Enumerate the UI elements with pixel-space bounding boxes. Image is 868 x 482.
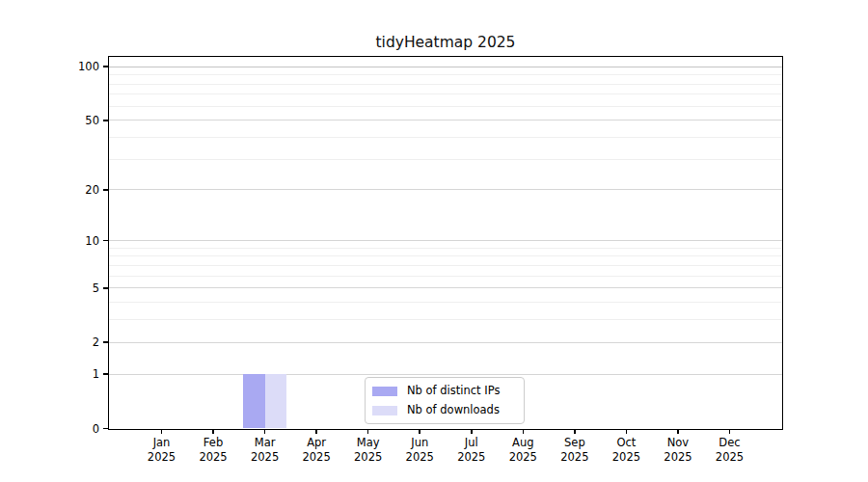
gridline-minor-7 (109, 265, 782, 266)
y-tick-2 (103, 341, 109, 343)
chart-title: tidyHeatmap 2025 (109, 34, 782, 51)
gridline-major-1 (109, 374, 782, 375)
x-tick-label-line: 2025 (699, 450, 761, 465)
gridline-minor-90 (109, 74, 782, 75)
gridline-minor-8 (109, 255, 782, 256)
legend-item-distinct-ips: Nb of distinct IPs (372, 384, 516, 398)
y-tick-5 (103, 287, 109, 289)
y-tick-100 (103, 66, 109, 67)
y-tick-label-20: 20 (0, 182, 99, 198)
gridline-major-20 (109, 189, 782, 190)
x-tick-jun-2025 (419, 429, 420, 434)
legend-item-downloads: Nb of downloads (372, 403, 516, 417)
legend-swatch-distinct-ips (372, 387, 397, 396)
x-tick-label-line: Dec (699, 436, 761, 450)
x-tick-oct-2025 (626, 429, 628, 434)
x-tick-may-2025 (367, 429, 369, 434)
legend: Nb of distinct IPs Nb of downloads (365, 377, 525, 424)
gridline-minor-80 (109, 84, 782, 85)
y-tick-label-1: 1 (0, 366, 99, 382)
y-tick-label-50: 50 (0, 113, 99, 128)
y-tick-label-10: 10 (0, 233, 99, 249)
gridline-major-100 (109, 67, 782, 67)
x-tick-sep-2025 (574, 429, 576, 434)
gridline-major-10 (109, 240, 782, 241)
bar-nb-of-distinct-ips-mar-2025 (243, 374, 265, 428)
gridline-minor-40 (109, 137, 782, 138)
x-tick-feb-2025 (212, 429, 214, 434)
gridline-major-50 (109, 120, 782, 120)
legend-label-distinct-ips: Nb of distinct IPs (407, 384, 500, 398)
gridline-minor-60 (109, 106, 782, 107)
y-tick-label-5: 5 (0, 281, 99, 296)
gridline-major-5 (109, 287, 782, 288)
y-tick-0 (103, 428, 109, 430)
y-tick-label-100: 100 (0, 59, 99, 74)
gridline-minor-6 (109, 276, 782, 277)
gridline-major-2 (109, 342, 782, 343)
legend-swatch-downloads (372, 406, 397, 415)
x-tick-jul-2025 (471, 429, 473, 434)
y-tick-label-2: 2 (0, 335, 99, 350)
gridline-minor-30 (109, 159, 782, 160)
x-tick-apr-2025 (315, 429, 317, 434)
gridline-minor-4 (109, 302, 782, 303)
bar-nb-of-downloads-mar-2025 (265, 374, 287, 428)
x-tick-label-dec-2025: Dec2025 (699, 436, 761, 465)
y-tick-50 (103, 120, 109, 121)
y-tick-10 (103, 240, 109, 242)
x-tick-nov-2025 (677, 429, 679, 434)
gridline-minor-70 (109, 94, 782, 94)
x-tick-mar-2025 (264, 429, 266, 434)
y-tick-1 (103, 373, 109, 375)
x-tick-aug-2025 (523, 429, 525, 434)
gridline-minor-9 (109, 248, 782, 249)
y-tick-label-0: 0 (0, 421, 99, 437)
gridline-minor-3 (109, 319, 782, 320)
x-tick-dec-2025 (729, 429, 731, 434)
chart-figure: tidyHeatmap 2025 1005020105210Jan2025Feb… (0, 0, 868, 482)
x-tick-jan-2025 (161, 429, 163, 434)
y-tick-20 (103, 189, 109, 191)
legend-label-downloads: Nb of downloads (407, 403, 500, 417)
